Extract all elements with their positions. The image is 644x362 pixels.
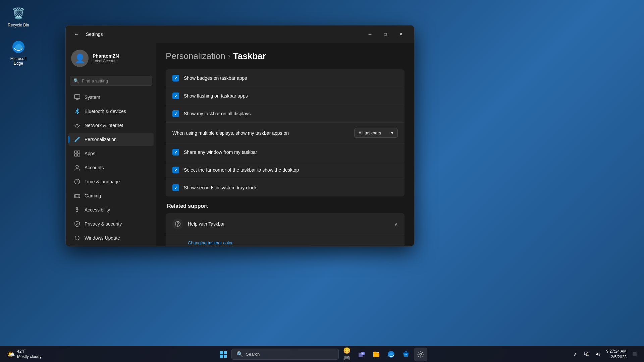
title-bar-left: ← Settings xyxy=(71,29,103,40)
recycle-bin-icon[interactable]: 🗑️ Recycle Bin xyxy=(5,3,32,29)
taskbar-search-icon: 🔍 xyxy=(236,351,243,357)
gaming-label: Gaming xyxy=(85,193,101,198)
sidebar-item-gaming[interactable]: Gaming xyxy=(68,189,154,202)
show-badges-checkbox[interactable]: ✓ xyxy=(172,75,179,81)
accounts-label: Accounts xyxy=(85,165,104,170)
start-button[interactable] xyxy=(217,348,230,361)
taskbar-search[interactable]: 🔍 Search xyxy=(231,349,339,360)
checkmark-icon: ✓ xyxy=(174,185,178,190)
file-explorer-button[interactable] xyxy=(370,348,383,361)
multiple-displays-row: When using multiple displays, show my ta… xyxy=(166,123,405,143)
sidebar-item-update[interactable]: Windows Update xyxy=(68,231,154,245)
bluetooth-label: Bluetooth & devices xyxy=(85,109,126,114)
notification-icon[interactable] xyxy=(629,349,640,360)
network-label: Network & internet xyxy=(85,123,123,128)
find-setting-input[interactable] xyxy=(82,78,149,83)
apps-label: Apps xyxy=(85,151,95,156)
show-desktop-checkbox[interactable]: ✓ xyxy=(172,167,179,173)
checkmark-icon: ✓ xyxy=(174,168,178,173)
svg-rect-22 xyxy=(220,355,223,358)
show-all-displays-setting: ✓ Show my taskbar on all displays xyxy=(166,105,405,123)
related-support-section: Related support xyxy=(166,203,405,246)
support-chevron-icon: ∧ xyxy=(394,221,398,227)
support-card: Help with Taskbar ∧ Changing taskbar col… xyxy=(166,213,405,246)
emoji-button[interactable]: 😊🎮 xyxy=(340,348,354,361)
all-taskbars-dropdown[interactable]: All taskbars ▾ xyxy=(354,128,398,138)
close-button[interactable]: ✕ xyxy=(393,29,409,40)
help-taskbar-header[interactable]: Help with Taskbar ∧ xyxy=(166,213,405,235)
breadcrumb-separator: › xyxy=(228,52,230,61)
sidebar-item-bluetooth[interactable]: Bluetooth & devices xyxy=(68,105,154,118)
show-flashing-setting: ✓ Show flashing on taskbar apps xyxy=(166,87,405,105)
show-all-displays-checkbox[interactable]: ✓ xyxy=(172,110,179,117)
svg-point-30 xyxy=(420,353,422,355)
user-profile[interactable]: 👤 PhantomZN Local Account xyxy=(66,46,156,72)
svg-rect-28 xyxy=(405,354,406,355)
speaker-icon[interactable] xyxy=(593,349,603,360)
weather-widget[interactable]: 🌤️ 42°F Mostly cloudy xyxy=(4,348,44,361)
display-icon[interactable] xyxy=(581,349,592,360)
related-support-title: Related support xyxy=(166,203,405,209)
weather-temp: 42°F xyxy=(17,349,42,354)
teams-button[interactable]: T xyxy=(355,348,368,361)
show-badges-left: ✓ Show badges on taskbar apps xyxy=(172,75,398,81)
show-desktop-label: Select the far corner of the taskbar to … xyxy=(184,167,299,173)
sidebar-item-personalization[interactable]: Personalization xyxy=(68,133,154,146)
taskbar-search-label: Search xyxy=(246,352,260,357)
personalization-icon xyxy=(74,136,80,143)
time-label: Time & language xyxy=(85,179,120,184)
settings-taskbar-button[interactable] xyxy=(414,348,427,361)
accounts-icon xyxy=(74,164,80,171)
sidebar-item-system[interactable]: System xyxy=(68,90,154,104)
search-box[interactable]: 🔍 xyxy=(70,76,152,86)
weather-icon: 🌤️ xyxy=(7,350,15,358)
main-content: Personalization › Taskbar ✓ Show badges … xyxy=(156,43,414,246)
sidebar-item-time[interactable]: Time & language xyxy=(68,175,154,188)
sidebar-item-privacy[interactable]: Privacy & security xyxy=(68,217,154,231)
show-seconds-checkbox[interactable]: ✓ xyxy=(172,184,179,191)
svg-point-19 xyxy=(177,225,178,226)
clock[interactable]: 9:27:24 AM 2/5/2023 xyxy=(606,349,627,360)
back-button[interactable]: ← xyxy=(71,29,82,40)
sidebar-item-apps[interactable]: Apps xyxy=(68,147,154,160)
show-flashing-checkbox[interactable]: ✓ xyxy=(172,93,179,99)
sidebar-item-accessibility[interactable]: Accessibility xyxy=(68,203,154,217)
search-icon: 🔍 xyxy=(73,78,79,83)
user-name: PhantomZN xyxy=(93,53,151,59)
clock-date: 2/5/2023 xyxy=(606,354,627,360)
sidebar-item-accounts[interactable]: Accounts xyxy=(68,161,154,174)
share-window-setting: ✓ Share any window from my taskbar xyxy=(166,143,405,161)
edge-icon[interactable]: Microsoft Edge xyxy=(5,37,32,68)
checkmark-icon: ✓ xyxy=(174,76,178,81)
svg-point-4 xyxy=(77,127,78,128)
changing-taskbar-color-link[interactable]: Changing taskbar color xyxy=(188,240,233,245)
maximize-button[interactable]: □ xyxy=(378,29,393,40)
share-window-checkbox[interactable]: ✓ xyxy=(172,149,179,156)
title-bar: ← Settings ─ □ ✕ xyxy=(66,25,414,43)
show-desktop-setting: ✓ Select the far corner of the taskbar t… xyxy=(166,161,405,179)
svg-rect-8 xyxy=(74,154,77,156)
window-title: Settings xyxy=(86,32,103,37)
help-taskbar-left: Help with Taskbar xyxy=(172,219,225,229)
show-flashing-label: Show flashing on taskbar apps xyxy=(184,93,248,99)
checkmark-icon: ✓ xyxy=(174,111,178,116)
show-badges-setting: ✓ Show badges on taskbar apps xyxy=(166,69,405,87)
svg-point-10 xyxy=(76,165,78,168)
edge-taskbar-button[interactable] xyxy=(384,348,398,361)
svg-point-17 xyxy=(76,207,78,208)
breadcrumb-parent[interactable]: Personalization xyxy=(166,51,225,61)
svg-rect-6 xyxy=(74,151,77,153)
apps-icon xyxy=(74,150,80,157)
show-all-displays-left: ✓ Show my taskbar on all displays xyxy=(172,110,398,117)
minimize-button[interactable]: ─ xyxy=(362,29,378,40)
window-controls: ─ □ ✕ xyxy=(362,29,409,40)
store-button[interactable] xyxy=(399,348,413,361)
chevron-icon[interactable]: ∧ xyxy=(570,349,581,360)
help-icon xyxy=(172,219,183,229)
sidebar: 👤 PhantomZN Local Account 🔍 xyxy=(66,43,156,246)
edge-image xyxy=(10,39,26,55)
show-badges-label: Show badges on taskbar apps xyxy=(184,75,247,81)
taskbar-center: 🔍 Search 😊🎮 T xyxy=(217,348,427,361)
sidebar-item-network[interactable]: Network & internet xyxy=(68,119,154,132)
checkmark-icon: ✓ xyxy=(174,94,178,99)
